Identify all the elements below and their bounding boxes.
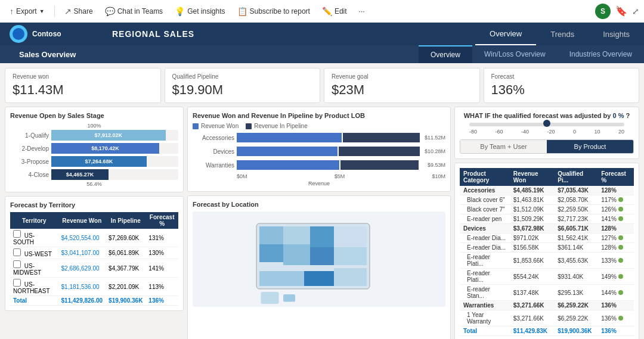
- hbar-row-1: Devices $10.28M: [193, 145, 445, 157]
- divider: [54, 5, 55, 17]
- by-product-card: Product Category Revenue Won Qualified P…: [454, 163, 639, 339]
- svg-rect-7: [334, 226, 367, 247]
- slider-container: -80 -60 -40 -20 0 10 20: [465, 123, 629, 135]
- status-dot: [618, 235, 623, 240]
- category-row-warranties: Warranties $3,271.66K $6,259.22K 136%: [460, 301, 634, 310]
- row-checkbox[interactable]: [13, 279, 21, 287]
- pct-bot: 56.4%: [10, 181, 178, 187]
- whatif-title: WHAT IF the qualified forecast was adjus…: [460, 112, 634, 119]
- logo-icon: [10, 25, 27, 43]
- kpi-pipeline: Qualified Pipeline $19.90M: [165, 68, 321, 103]
- table-row: US-SOUTH $4,520,554.00 $7,269.60K 131%: [10, 229, 178, 247]
- forecast-location-card: Forecast by Location: [187, 195, 451, 339]
- svg-rect-2: [259, 244, 283, 262]
- status-dot: [618, 316, 623, 321]
- kpi-value-3: 136%: [491, 82, 632, 98]
- table-row: E-reader pen $1,509.29K $2,717.23K 141%: [460, 214, 634, 224]
- tab-trends[interactable]: Trends: [536, 23, 589, 45]
- main-content: Revenue won $11.43M Qualified Pipeline $…: [0, 63, 644, 339]
- svg-rect-12: [261, 292, 279, 304]
- more-button[interactable]: ···: [354, 5, 370, 18]
- kpi-forecast: Forecast 136%: [484, 68, 640, 103]
- tab-insights[interactable]: Insights: [589, 23, 644, 45]
- share-icon: ↗: [64, 7, 72, 16]
- table-row: Black cover 7" $1,512.09K $2,259.50K 126…: [460, 205, 634, 214]
- slider-thumb[interactable]: [543, 120, 550, 127]
- kpi-revenue-won: Revenue won $11.43M: [5, 68, 161, 103]
- whatif-card: WHAT IF the qualified forecast was adjus…: [454, 107, 639, 159]
- chart-legend: Revenue Won Revenue In Pipeline: [193, 123, 445, 129]
- legend-won-dot: [193, 123, 199, 129]
- sub-tab-winloss[interactable]: Win/Loss Overview: [472, 45, 558, 63]
- lob-chart: Accessories $11.52M Devices $1: [193, 132, 445, 171]
- status-dot: [618, 216, 623, 221]
- kpi-value-0: $11.43M: [13, 82, 153, 98]
- legend-pipeline: Revenue In Pipeline: [246, 123, 308, 129]
- sub-tab-overview[interactable]: Overview: [419, 45, 472, 63]
- table-row: US-WEST $3,041,107.00 $6,061.89K 130%: [10, 247, 178, 259]
- col-revenue-won: Revenue Won: [510, 168, 555, 186]
- edit-button[interactable]: ✏️ Edit: [317, 4, 352, 18]
- chat-button[interactable]: 💬 Chat in Teams: [100, 4, 168, 18]
- lightbulb-icon: 💡: [175, 7, 185, 16]
- btn-by-product[interactable]: By Product: [547, 140, 633, 153]
- toolbar: ↑ Export ▼ ↗ Share 💬 Chat in Teams 💡 Get…: [0, 0, 644, 23]
- btn-team-user[interactable]: By Team + User: [460, 140, 547, 153]
- svg-rect-11: [334, 268, 367, 286]
- insights-button[interactable]: 💡 Get insights: [170, 4, 230, 18]
- product-table: Product Category Revenue Won Qualified P…: [460, 168, 634, 336]
- fullscreen-icon[interactable]: ⤢: [632, 7, 639, 16]
- kpi-label-1: Qualified Pipeline: [172, 73, 313, 80]
- col-product-category: Product Category: [460, 168, 510, 186]
- table-row: E-reader Dia... $156.58K $361.14K 128%: [460, 243, 634, 253]
- status-dot: [618, 197, 623, 202]
- bookmark-icon[interactable]: 🔖: [615, 5, 627, 17]
- table-row: E-reader Dia... $971.02K $1,562.41K 127%: [460, 234, 634, 243]
- kpi-row: Revenue won $11.43M Qualified Pipeline $…: [5, 68, 639, 103]
- table-row: 1 Year Warranty $3,271.66K $6,259.22K 13…: [460, 310, 634, 326]
- kpi-label-0: Revenue won: [13, 73, 153, 80]
- card-title-lob: Revenue Won and Revenue In Pipeline by P…: [193, 112, 445, 119]
- svg-rect-13: [283, 294, 295, 302]
- col-pipeline: In Pipeline: [106, 212, 145, 229]
- app-header: Contoso REGIONAL SALES Overview Trends I…: [0, 23, 644, 45]
- bar-row-3: 4-Close $4,465.27K: [10, 169, 178, 180]
- x-axis-label: Revenue: [193, 181, 445, 186]
- hbar-row-2: Warranties $9.53M: [193, 159, 445, 171]
- row-checkbox[interactable]: [13, 260, 21, 268]
- svg-rect-8: [334, 247, 367, 265]
- page-subtitle: Sales Overview: [10, 50, 117, 59]
- hbar-row-0: Accessories $11.52M: [193, 132, 445, 144]
- kpi-value-2: $23M: [332, 82, 472, 98]
- table-row: E-reader Plati... $1,853.66K $3,455.63K …: [460, 253, 634, 269]
- app-logo: Contoso: [0, 23, 107, 45]
- content-row: Revenue Open by Sales Stage 100% 1-Quali…: [5, 107, 639, 339]
- col-forecast-pct: Forecast %: [145, 212, 178, 229]
- subscribe-button[interactable]: 📋 Subscribe to report: [233, 4, 315, 18]
- row-checkbox[interactable]: [13, 248, 21, 256]
- tab-overview[interactable]: Overview: [475, 23, 536, 45]
- forecast-territory-card: Forecast by Territory Territory Revenue …: [5, 196, 184, 311]
- legend-won: Revenue Won: [193, 123, 239, 129]
- edit-icon: ✏️: [322, 7, 332, 16]
- col-territory: Territory: [10, 212, 58, 229]
- subscribe-icon: 📋: [237, 7, 247, 16]
- svg-rect-1: [259, 226, 283, 244]
- table-row: US-MIDWEST $2,686,629.00 $4,367.79K 141%: [10, 259, 178, 278]
- sub-tab-industries[interactable]: Industries Overview: [558, 45, 644, 63]
- category-row-devices: Devices $3,672.98K $6,605.71K 128%: [460, 224, 634, 234]
- bar-row-0: 1-Qualify $7,912.02K: [10, 130, 178, 141]
- table-row: E-reader Stan... $137.48K $295.13K 144%: [460, 285, 634, 301]
- col-revenue: Revenue Won: [58, 212, 106, 229]
- category-row-accessories: Accesories $4,485.19K $7,035.43K 128%: [460, 186, 634, 195]
- avatar[interactable]: S: [595, 4, 611, 19]
- bar-row-2: 3-Propose $7,264.68K: [10, 156, 178, 167]
- row-checkbox[interactable]: [13, 230, 21, 238]
- chat-icon: 💬: [105, 7, 115, 16]
- chevron-down-icon: ▼: [39, 8, 45, 14]
- share-button[interactable]: ↗ Share: [60, 4, 98, 18]
- export-button[interactable]: ↑ Export ▼: [5, 4, 49, 18]
- table-row: E-reader Plati... $554.24K $931.40K 149%: [460, 269, 634, 285]
- slider-labels: -80 -60 -40 -20 0 10 20: [469, 129, 624, 135]
- logo-text: Contoso: [32, 30, 61, 38]
